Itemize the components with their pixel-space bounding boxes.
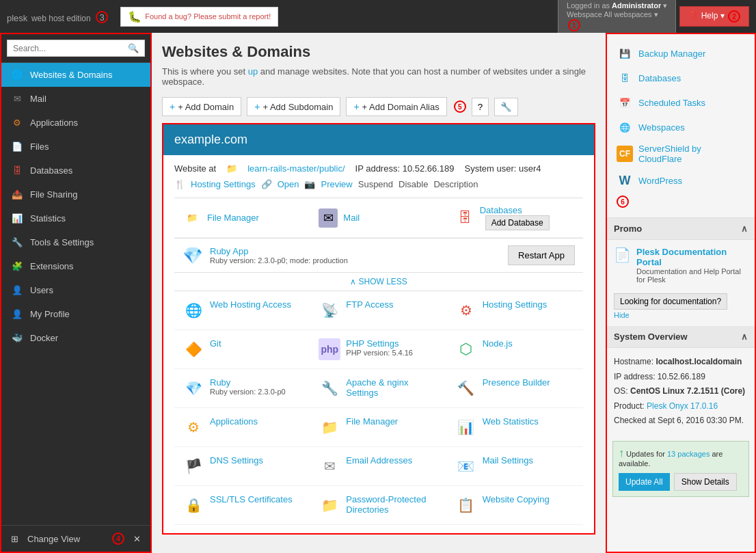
ftp-access-item[interactable]: 📡 FTP Access — [310, 291, 446, 330]
promo-cta-button[interactable]: Looking for documentation? — [614, 293, 727, 310]
add-domain-button[interactable]: + + Add Domain — [162, 97, 241, 116]
ssl-link[interactable]: SSL/TLS Certificates — [210, 494, 293, 504]
product-link[interactable]: Plesk Onyx 17.0.16 — [647, 401, 718, 411]
sidebar-item-statistics[interactable]: 📊 Statistics — [1, 206, 150, 230]
help-menu[interactable]: ❓ Help ▾ 2 — [679, 6, 749, 27]
mail-settings-link[interactable]: Mail Settings — [483, 455, 533, 466]
sidebar-item-my-profile[interactable]: 👤 My Profile — [1, 302, 150, 326]
presence-builder-item[interactable]: 🔨 Presence Builder — [447, 369, 583, 408]
scheduled-tasks-link[interactable]: Scheduled Tasks — [638, 98, 705, 108]
wordpress-link[interactable]: WordPress — [638, 176, 682, 186]
databases-item[interactable]: 🗄 Databases Add Database — [447, 198, 583, 238]
file-manager-exp-link[interactable]: File Manager — [346, 416, 398, 427]
web-statistics-link[interactable]: Web Statistics — [483, 416, 539, 427]
help-button[interactable]: ? — [472, 98, 489, 116]
setup-link[interactable]: up — [248, 66, 258, 77]
hosting-settings-item-link[interactable]: Hosting Settings — [483, 299, 548, 310]
sidebar-item-label: Files — [30, 141, 49, 152]
website-copying-link[interactable]: Website Copying — [483, 494, 550, 504]
preview-link[interactable]: Preview — [321, 179, 352, 189]
sidebar-item-users[interactable]: 👤 Users — [1, 278, 150, 302]
web-hosting-link[interactable]: Web Hosting Access — [210, 299, 291, 310]
settings-button[interactable]: 🔧 — [494, 98, 518, 116]
add-database-button[interactable]: Add Database — [485, 215, 550, 230]
webspaces-link[interactable]: Webspaces — [638, 122, 685, 133]
password-link[interactable]: Password-Protected Directories — [346, 494, 426, 515]
sysoverview-collapse-icon[interactable]: ∧ — [741, 332, 748, 342]
user-menu[interactable]: Logged in as Administrator ▾ Webspace Al… — [558, 0, 676, 36]
php-settings-link[interactable]: PHP Settings — [346, 338, 399, 349]
scheduled-tasks-item[interactable]: 📅 Scheduled Tasks — [614, 90, 748, 115]
apache-nginx-item[interactable]: 🔧 Apache & nginx Settings — [310, 369, 446, 408]
show-details-button[interactable]: Show Details — [674, 473, 737, 491]
ssl-item[interactable]: 🔒 SSL/TLS Certificates — [174, 486, 310, 525]
email-addresses-item[interactable]: ✉ Email Addresses — [310, 447, 446, 486]
search-box[interactable]: 🔍 — [7, 40, 145, 57]
add-subdomain-button[interactable]: + + Add Subdomain — [247, 97, 340, 116]
file-manager-item[interactable]: 📁 File Manager — [174, 198, 310, 238]
website-copying-item[interactable]: 📋 Website Copying — [447, 486, 583, 525]
backup-manager-link[interactable]: Backup Manager — [638, 49, 705, 59]
bug-report-button[interactable]: 🐛 Found a bug? Please submit a report! — [120, 7, 278, 27]
sidebar-item-extensions[interactable]: 🧩 Extensions — [1, 254, 150, 278]
git-link[interactable]: Git — [210, 338, 221, 349]
ruby-link[interactable]: Ruby — [210, 377, 230, 388]
description-link[interactable]: Description — [433, 179, 478, 189]
wordpress-item[interactable]: W WordPress — [614, 168, 748, 193]
apache-link[interactable]: Apache & nginx Settings — [346, 377, 408, 398]
dns-settings-item[interactable]: 🏴 DNS Settings — [174, 447, 310, 486]
servershield-link[interactable]: ServerShield by CloudFlare — [638, 144, 745, 164]
databases-panel-item[interactable]: 🗄 Databases — [614, 66, 748, 90]
nodejs-item[interactable]: ⬡ Node.js — [447, 330, 583, 369]
ruby-app-link[interactable]: Ruby App — [210, 246, 248, 256]
restart-app-button[interactable]: Restart App — [508, 245, 575, 265]
search-input[interactable] — [13, 44, 128, 53]
webspaces-item[interactable]: 🌐 Webspaces — [614, 115, 748, 139]
add-domain-alias-button[interactable]: + + Add Domain Alias — [346, 97, 446, 116]
backup-manager-item[interactable]: 💾 Backup Manager — [614, 41, 748, 66]
hosting-settings-link[interactable]: Hosting Settings — [191, 179, 256, 189]
open-link[interactable]: Open — [278, 179, 299, 189]
web-hosting-access-item[interactable]: 🌐 Web Hosting Access — [174, 291, 310, 330]
presence-builder-link[interactable]: Presence Builder — [483, 377, 550, 388]
hosting-settings-item[interactable]: ⚙ Hosting Settings — [447, 291, 583, 330]
mail-item[interactable]: ✉ Mail — [310, 198, 446, 238]
show-less-toggle[interactable]: ∧ SHOW LESS — [174, 272, 583, 291]
sidebar-item-files[interactable]: 📄 Files — [1, 135, 150, 159]
sidebar-item-applications[interactable]: ⚙ Applications — [1, 111, 150, 135]
web-statistics-item[interactable]: 📊 Web Statistics — [447, 408, 583, 447]
folder-link[interactable]: learn-rails-master/public/ — [247, 163, 345, 174]
change-view-button[interactable]: ⊞ Change View 4 ✕ — [1, 525, 150, 552]
disable-link[interactable]: Disable — [399, 179, 428, 189]
mail-settings-item[interactable]: 📧 Mail Settings — [447, 447, 583, 486]
git-item[interactable]: 🔶 Git — [174, 330, 310, 369]
mail-link[interactable]: Mail — [343, 213, 360, 223]
servershield-item[interactable]: CF ServerShield by CloudFlare — [614, 139, 748, 168]
sidebar-item-websites-domains[interactable]: 🌐 Websites & Domains — [1, 63, 150, 87]
applications-item[interactable]: ⚙ Applications — [174, 408, 310, 447]
file-manager-link[interactable]: File Manager — [207, 213, 259, 223]
update-all-button[interactable]: Update All — [619, 473, 670, 491]
promo-collapse-icon[interactable]: ∧ — [741, 224, 748, 234]
applications-link[interactable]: Applications — [210, 416, 258, 427]
close-icon[interactable]: ✕ — [133, 534, 141, 544]
updates-link[interactable]: 13 packages — [667, 450, 710, 458]
sidebar-item-tools-settings[interactable]: 🔧 Tools & Settings — [1, 230, 150, 254]
suspend-link[interactable]: Suspend — [358, 179, 393, 189]
file-manager-exp-item[interactable]: 📁 File Manager — [310, 408, 446, 447]
ruby-item[interactable]: 💎 Ruby Ruby version: 2.3.0-p0 — [174, 369, 310, 408]
databases-panel-link[interactable]: Databases — [638, 73, 681, 83]
dns-link[interactable]: DNS Settings — [210, 455, 263, 466]
promo-title[interactable]: Plesk Documentation Portal — [636, 247, 748, 267]
nodejs-link[interactable]: Node.js — [483, 338, 513, 349]
ftp-link[interactable]: FTP Access — [346, 299, 393, 310]
sidebar-item-databases[interactable]: 🗄 Databases — [1, 159, 150, 183]
sidebar-item-mail[interactable]: ✉ Mail — [1, 87, 150, 111]
databases-link[interactable]: Databases — [480, 205, 522, 215]
sidebar-item-file-sharing[interactable]: 📤 File Sharing — [1, 183, 150, 206]
php-settings-item[interactable]: php PHP Settings PHP version: 5.4.16 — [310, 330, 446, 369]
email-link[interactable]: Email Addresses — [346, 455, 412, 466]
sidebar-item-docker[interactable]: 🐳 Docker — [1, 326, 150, 350]
password-protected-item[interactable]: 📁 Password-Protected Directories — [310, 486, 446, 525]
promo-hide-link[interactable]: Hide — [614, 311, 748, 319]
